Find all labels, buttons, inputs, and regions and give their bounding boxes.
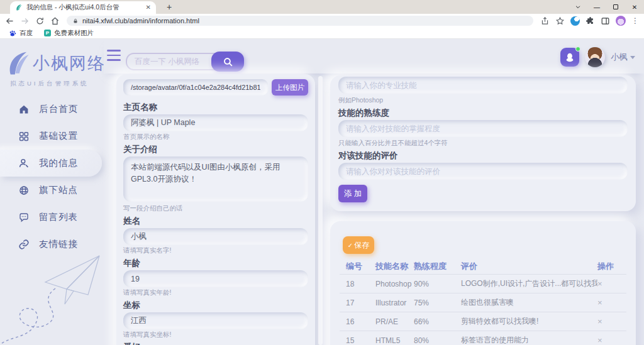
- cell-name: HTML5: [375, 336, 414, 345]
- tab-close-icon[interactable]: ✕: [146, 4, 151, 11]
- link-icon: [18, 239, 30, 250]
- app-header: 小枫: [104, 40, 644, 74]
- admin-app: 小枫网络 拟态UI后台管理系统 后台首页 基础设置 我的信息 旗下站点 留: [0, 40, 644, 345]
- col-header-id: 编号: [346, 261, 375, 272]
- reload-icon[interactable]: [35, 16, 45, 26]
- age-input[interactable]: [123, 270, 308, 287]
- name-label: 姓名: [123, 216, 308, 227]
- browser-tab-strip: 我的信息 - 小枫拟态ui4.0后台管 ✕ + — ✕: [0, 0, 644, 14]
- table-row: 17 Illustrator 75% 绘图也很腻害噢 ×: [340, 293, 626, 312]
- tab-title: 我的信息 - 小枫拟态ui4.0后台管: [26, 3, 142, 12]
- address-bar[interactable]: nitai4.xfwl.club/admin/information.html: [67, 16, 533, 26]
- chevron-down-icon: [630, 56, 635, 59]
- comment-icon: [18, 212, 30, 223]
- delete-row-icon[interactable]: ×: [597, 317, 602, 326]
- homepage-name-label: 主页名称: [123, 102, 308, 113]
- cell-comment: 标签语言的使用能力: [461, 335, 597, 345]
- chevron-down-icon: [575, 4, 581, 10]
- delete-row-icon[interactable]: ×: [597, 336, 602, 345]
- forward-icon[interactable]: [20, 16, 30, 26]
- name-input[interactable]: [123, 228, 308, 245]
- delete-row-icon[interactable]: ×: [597, 298, 602, 307]
- qq-penguin-icon: [564, 52, 575, 63]
- skill-table-card: ✓ 保存 编号 技能名称 熟练程度 评价 操作 18 Photoshop 90%…: [330, 221, 636, 345]
- sidebar-item-sites[interactable]: 旗下站点: [0, 177, 104, 204]
- sidebar-item-label: 后台首页: [39, 103, 78, 115]
- app-logo[interactable]: 小枫网络: [5, 50, 104, 77]
- sidebar-item-label: 我的信息: [39, 157, 78, 169]
- side-panel-icon[interactable]: [601, 16, 610, 26]
- browser-menu-kebab-icon[interactable]: ⋮: [631, 16, 639, 25]
- skill-table: 编号 技能名称 熟练程度 评价 操作 18 Photoshop 90% LOGO…: [340, 259, 626, 345]
- cell-id: 16: [346, 317, 375, 326]
- cell-name: Illustrator: [375, 298, 414, 307]
- maximize-icon: [613, 4, 618, 9]
- search-button[interactable]: [211, 52, 244, 72]
- age-helper: 请填写真实年龄!: [123, 288, 308, 297]
- bookmark-star-icon[interactable]: [555, 16, 565, 26]
- header-right: 小枫: [560, 47, 635, 67]
- sidebar-item-my-info[interactable]: 我的信息: [0, 150, 102, 177]
- bookmark-baidu[interactable]: 百度: [9, 29, 33, 38]
- search-group: [126, 52, 244, 72]
- browser-toolbar: nitai4.xfwl.club/admin/information.html …: [0, 14, 644, 28]
- close-button[interactable]: ✕: [625, 0, 644, 14]
- skill-comment-input[interactable]: [338, 163, 628, 180]
- skill-name-input[interactable]: [338, 77, 628, 94]
- notification-dot: [575, 47, 580, 52]
- col-header-name: 技能名称: [375, 261, 414, 272]
- maximize-button[interactable]: [606, 0, 625, 14]
- share-icon[interactable]: [540, 16, 550, 26]
- avatar-path-input[interactable]: [123, 79, 268, 96]
- user-edit-icon: [18, 158, 30, 169]
- bookmark-free-assets[interactable]: P 免费素材图片: [44, 29, 94, 38]
- globe-icon: [18, 185, 30, 196]
- p-badge-icon: P: [44, 30, 51, 36]
- extension-blue-icon[interactable]: [570, 16, 580, 26]
- add-skill-button[interactable]: 添 加: [338, 185, 367, 202]
- skill-level-input[interactable]: [338, 120, 628, 137]
- location-label: 坐标: [123, 300, 308, 311]
- baidu-icon: [9, 30, 16, 37]
- qq-notification-button[interactable]: [560, 48, 579, 67]
- sidebar-item-dashboard[interactable]: 后台首页: [0, 96, 104, 123]
- save-button[interactable]: ✓ 保存: [343, 236, 374, 254]
- bookmark-label: 百度: [19, 29, 33, 38]
- user-avatar[interactable]: [585, 47, 605, 67]
- homepage-name-input[interactable]: [123, 114, 308, 131]
- home-nav-icon[interactable]: [50, 16, 60, 26]
- upload-image-button[interactable]: 上传图片: [272, 79, 308, 96]
- url-text: nitai4.xfwl.club/admin/information.html: [82, 17, 199, 25]
- form-scrollbar[interactable]: [318, 76, 323, 345]
- browser-profile-avatar[interactable]: [616, 16, 626, 26]
- new-tab-button[interactable]: +: [164, 2, 175, 13]
- cell-id: 15: [346, 336, 375, 345]
- cell-level: 90%: [414, 280, 461, 288]
- location-input[interactable]: [123, 312, 308, 329]
- browser-tab[interactable]: 我的信息 - 小枫拟态ui4.0后台管 ✕: [10, 1, 156, 14]
- location-helper: 请填写真实坐标!: [123, 331, 308, 339]
- sidebar: 小枫网络 拟态UI后台管理系统 后台首页 基础设置 我的信息 旗下站点 留: [0, 40, 104, 345]
- name-helper: 请填写真实名字!: [123, 246, 308, 255]
- about-textarea[interactable]: 本站前端源代码以及UI图由小枫原创，采用GPL3.0开源协议！: [123, 156, 308, 202]
- extensions-puzzle-icon[interactable]: [586, 16, 595, 26]
- logo-subtitle: 拟态UI后台管理系统: [10, 80, 89, 88]
- delete-row-icon[interactable]: ×: [597, 279, 602, 288]
- user-menu[interactable]: 小枫: [611, 52, 635, 63]
- tab-search-chevron-icon[interactable]: [569, 0, 587, 14]
- about-helper: 写一段介绍自己的话: [123, 204, 308, 212]
- search-input[interactable]: [126, 53, 218, 70]
- minimize-button[interactable]: —: [587, 0, 606, 14]
- sidebar-item-messages[interactable]: 留言列表: [0, 204, 104, 231]
- logo-title: 小枫网络: [33, 52, 106, 75]
- back-icon[interactable]: [5, 16, 14, 26]
- cell-name: PR/AE: [375, 317, 414, 326]
- skill-name-helper: 例如Photoshop: [338, 96, 628, 104]
- sidebar-item-basic-settings[interactable]: 基础设置: [0, 123, 104, 150]
- table-header-row: 编号 技能名称 熟练程度 评价 操作: [340, 259, 626, 274]
- skill-level-label: 技能的熟练度: [338, 107, 628, 119]
- bookmark-label: 免费素材图片: [54, 29, 94, 38]
- hamburger-menu-icon[interactable]: [107, 50, 121, 61]
- cell-level: 80%: [414, 336, 461, 345]
- col-header-level: 熟练程度: [414, 261, 461, 272]
